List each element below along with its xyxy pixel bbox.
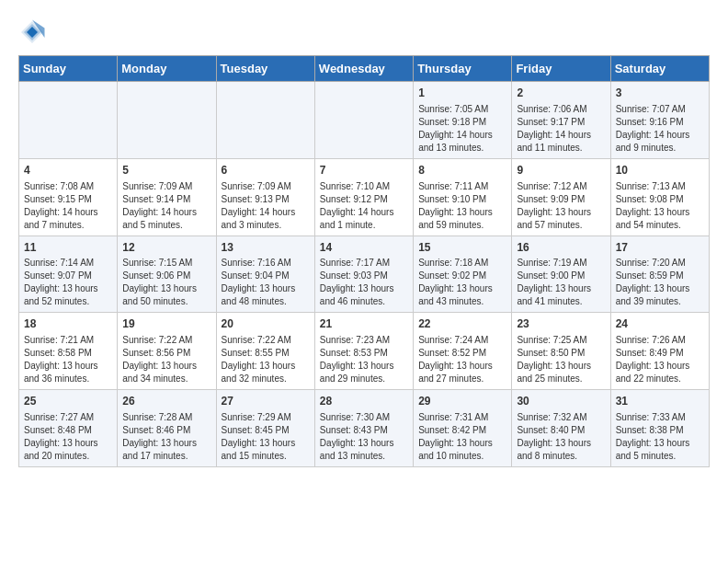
day-number: 29 [418, 394, 506, 409]
day-info: Sunrise: 7:30 AM Sunset: 8:43 PM Dayligh… [320, 411, 408, 463]
day-number: 19 [122, 316, 210, 332]
day-info: Sunrise: 7:24 AM Sunset: 8:52 PM Dayligh… [418, 334, 506, 385]
calendar-cell: 7Sunrise: 7:10 AM Sunset: 9:12 PM Daylig… [314, 158, 413, 236]
day-number: 26 [122, 394, 210, 409]
calendar-cell: 14Sunrise: 7:17 AM Sunset: 9:03 PM Dayli… [314, 236, 413, 313]
calendar-cell: 28Sunrise: 7:30 AM Sunset: 8:43 PM Dayli… [314, 390, 413, 467]
calendar-cell: 13Sunrise: 7:16 AM Sunset: 9:04 PM Dayli… [216, 236, 314, 313]
calendar-cell: 4Sunrise: 7:08 AM Sunset: 9:15 PM Daylig… [19, 158, 118, 236]
calendar-cell: 20Sunrise: 7:22 AM Sunset: 8:55 PM Dayli… [216, 313, 314, 390]
day-info: Sunrise: 7:05 AM Sunset: 9:18 PM Dayligh… [418, 103, 506, 155]
day-number: 9 [517, 163, 605, 178]
day-info: Sunrise: 7:13 AM Sunset: 9:08 PM Dayligh… [616, 180, 704, 232]
calendar-cell [118, 82, 216, 159]
day-number: 14 [320, 240, 408, 256]
weekday-header-row: SundayMondayTuesdayWednesdayThursdayFrid… [19, 56, 710, 82]
weekday-header-monday: Monday [118, 56, 216, 82]
day-number: 23 [517, 316, 605, 332]
day-info: Sunrise: 7:28 AM Sunset: 8:46 PM Dayligh… [122, 411, 210, 463]
calendar-cell: 3Sunrise: 7:07 AM Sunset: 9:16 PM Daylig… [610, 82, 709, 159]
calendar-cell: 15Sunrise: 7:18 AM Sunset: 9:02 PM Dayli… [414, 236, 512, 313]
weekday-header-tuesday: Tuesday [216, 56, 314, 82]
day-info: Sunrise: 7:08 AM Sunset: 9:15 PM Dayligh… [24, 180, 112, 232]
day-number: 11 [24, 240, 112, 256]
day-number: 1 [418, 86, 506, 101]
weekday-header-saturday: Saturday [610, 56, 709, 82]
day-number: 25 [24, 394, 112, 409]
day-number: 6 [222, 163, 310, 178]
calendar-cell [216, 82, 314, 159]
calendar-cell: 11Sunrise: 7:14 AM Sunset: 9:07 PM Dayli… [19, 236, 118, 313]
calendar-cell: 26Sunrise: 7:28 AM Sunset: 8:46 PM Dayli… [118, 390, 216, 467]
logo [18, 18, 50, 46]
calendar-cell: 23Sunrise: 7:25 AM Sunset: 8:50 PM Dayli… [512, 313, 610, 390]
day-info: Sunrise: 7:07 AM Sunset: 9:16 PM Dayligh… [616, 103, 704, 155]
day-info: Sunrise: 7:20 AM Sunset: 8:59 PM Dayligh… [616, 257, 704, 308]
day-info: Sunrise: 7:16 AM Sunset: 9:04 PM Dayligh… [222, 257, 310, 308]
day-number: 10 [616, 163, 704, 178]
calendar-cell: 22Sunrise: 7:24 AM Sunset: 8:52 PM Dayli… [414, 313, 512, 390]
calendar-week-row: 11Sunrise: 7:14 AM Sunset: 9:07 PM Dayli… [19, 236, 710, 313]
calendar-cell: 1Sunrise: 7:05 AM Sunset: 9:18 PM Daylig… [414, 82, 512, 159]
day-info: Sunrise: 7:06 AM Sunset: 9:17 PM Dayligh… [517, 103, 605, 155]
day-number: 22 [418, 316, 506, 332]
day-info: Sunrise: 7:31 AM Sunset: 8:42 PM Dayligh… [418, 411, 506, 463]
day-info: Sunrise: 7:09 AM Sunset: 9:14 PM Dayligh… [122, 180, 210, 232]
calendar-table: SundayMondayTuesdayWednesdayThursdayFrid… [18, 55, 710, 467]
header [18, 18, 710, 46]
calendar-cell: 31Sunrise: 7:33 AM Sunset: 8:38 PM Dayli… [610, 390, 709, 467]
calendar-cell: 25Sunrise: 7:27 AM Sunset: 8:48 PM Dayli… [19, 390, 118, 467]
day-number: 27 [222, 394, 310, 409]
calendar-cell: 12Sunrise: 7:15 AM Sunset: 9:06 PM Dayli… [118, 236, 216, 313]
calendar-cell: 30Sunrise: 7:32 AM Sunset: 8:40 PM Dayli… [512, 390, 610, 467]
day-number: 3 [616, 86, 704, 101]
calendar-week-row: 1Sunrise: 7:05 AM Sunset: 9:18 PM Daylig… [19, 82, 710, 159]
calendar-cell [314, 82, 413, 159]
day-number: 8 [418, 163, 506, 178]
day-number: 30 [517, 394, 605, 409]
weekday-header-thursday: Thursday [414, 56, 512, 82]
day-info: Sunrise: 7:09 AM Sunset: 9:13 PM Dayligh… [222, 180, 310, 232]
day-number: 16 [517, 240, 605, 256]
day-number: 24 [616, 316, 704, 332]
calendar-cell: 6Sunrise: 7:09 AM Sunset: 9:13 PM Daylig… [216, 158, 314, 236]
calendar-cell: 27Sunrise: 7:29 AM Sunset: 8:45 PM Dayli… [216, 390, 314, 467]
day-info: Sunrise: 7:33 AM Sunset: 8:38 PM Dayligh… [616, 411, 704, 463]
calendar-cell: 5Sunrise: 7:09 AM Sunset: 9:14 PM Daylig… [118, 158, 216, 236]
day-number: 31 [616, 394, 704, 409]
day-info: Sunrise: 7:18 AM Sunset: 9:02 PM Dayligh… [418, 257, 506, 308]
day-info: Sunrise: 7:22 AM Sunset: 8:55 PM Dayligh… [222, 334, 310, 385]
day-number: 5 [122, 163, 210, 178]
day-info: Sunrise: 7:25 AM Sunset: 8:50 PM Dayligh… [517, 334, 605, 385]
day-number: 4 [24, 163, 112, 178]
day-info: Sunrise: 7:14 AM Sunset: 9:07 PM Dayligh… [24, 257, 112, 308]
day-number: 7 [320, 163, 408, 178]
calendar-cell: 16Sunrise: 7:19 AM Sunset: 9:00 PM Dayli… [512, 236, 610, 313]
calendar-cell: 24Sunrise: 7:26 AM Sunset: 8:49 PM Dayli… [610, 313, 709, 390]
calendar-cell: 2Sunrise: 7:06 AM Sunset: 9:17 PM Daylig… [512, 82, 610, 159]
calendar-cell: 18Sunrise: 7:21 AM Sunset: 8:58 PM Dayli… [19, 313, 118, 390]
day-info: Sunrise: 7:11 AM Sunset: 9:10 PM Dayligh… [418, 180, 506, 232]
logo-icon [18, 18, 46, 46]
calendar-cell: 9Sunrise: 7:12 AM Sunset: 9:09 PM Daylig… [512, 158, 610, 236]
day-info: Sunrise: 7:21 AM Sunset: 8:58 PM Dayligh… [24, 334, 112, 385]
calendar-cell: 19Sunrise: 7:22 AM Sunset: 8:56 PM Dayli… [118, 313, 216, 390]
day-number: 15 [418, 240, 506, 256]
day-info: Sunrise: 7:26 AM Sunset: 8:49 PM Dayligh… [616, 334, 704, 385]
weekday-header-sunday: Sunday [19, 56, 118, 82]
day-info: Sunrise: 7:27 AM Sunset: 8:48 PM Dayligh… [24, 411, 112, 463]
day-number: 18 [24, 316, 112, 332]
day-info: Sunrise: 7:12 AM Sunset: 9:09 PM Dayligh… [517, 180, 605, 232]
calendar-cell: 29Sunrise: 7:31 AM Sunset: 8:42 PM Dayli… [414, 390, 512, 467]
day-number: 12 [122, 240, 210, 256]
day-number: 20 [222, 316, 310, 332]
day-number: 28 [320, 394, 408, 409]
weekday-header-friday: Friday [512, 56, 610, 82]
day-info: Sunrise: 7:22 AM Sunset: 8:56 PM Dayligh… [122, 334, 210, 385]
day-info: Sunrise: 7:10 AM Sunset: 9:12 PM Dayligh… [320, 180, 408, 232]
day-info: Sunrise: 7:17 AM Sunset: 9:03 PM Dayligh… [320, 257, 408, 308]
day-info: Sunrise: 7:23 AM Sunset: 8:53 PM Dayligh… [320, 334, 408, 385]
day-number: 13 [222, 240, 310, 256]
calendar-cell: 10Sunrise: 7:13 AM Sunset: 9:08 PM Dayli… [610, 158, 709, 236]
day-number: 17 [616, 240, 704, 256]
